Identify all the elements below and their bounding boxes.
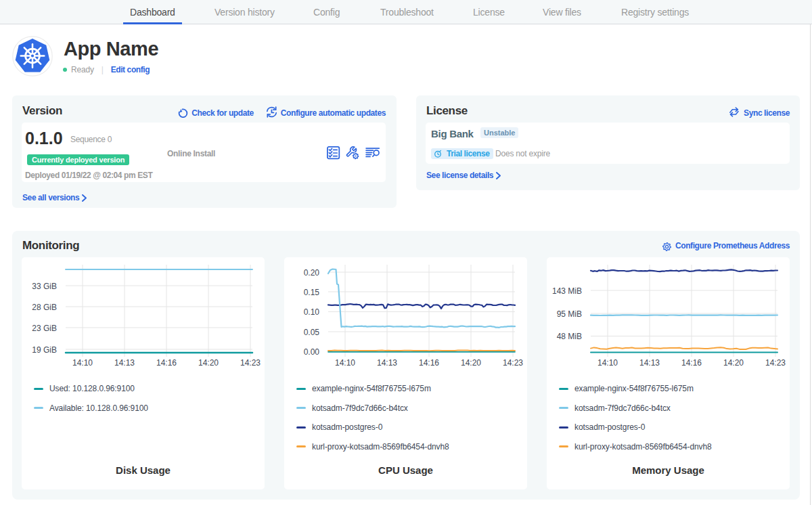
svg-text:0.15: 0.15 (304, 288, 320, 297)
svg-text:14:10: 14:10 (335, 358, 355, 368)
svg-text:14:13: 14:13 (639, 358, 660, 368)
svg-text:14:16: 14:16 (419, 358, 439, 368)
svg-text:23 GiB: 23 GiB (32, 324, 57, 333)
svg-text:0.10: 0.10 (304, 307, 320, 317)
svg-text:19 GiB: 19 GiB (32, 345, 57, 355)
svg-text:14:20: 14:20 (198, 358, 219, 368)
svg-text:14:10: 14:10 (597, 358, 618, 368)
svg-text:95 MiB: 95 MiB (557, 309, 582, 319)
svg-text:0.00: 0.00 (304, 347, 320, 357)
svg-text:14:20: 14:20 (461, 358, 481, 368)
svg-text:28 GiB: 28 GiB (32, 303, 57, 312)
svg-text:14:20: 14:20 (723, 358, 744, 368)
svg-text:33 GiB: 33 GiB (32, 282, 57, 291)
svg-text:14:23: 14:23 (765, 358, 786, 368)
svg-text:14:13: 14:13 (114, 358, 135, 368)
svg-text:14:23: 14:23 (240, 358, 261, 368)
svg-text:0.20: 0.20 (304, 268, 320, 278)
svg-text:14:23: 14:23 (503, 358, 523, 368)
svg-text:14:10: 14:10 (72, 358, 93, 368)
svg-text:14:16: 14:16 (156, 358, 177, 368)
svg-text:0.05: 0.05 (304, 328, 320, 337)
svg-text:143 MiB: 143 MiB (552, 286, 582, 296)
svg-text:14:16: 14:16 (681, 358, 702, 368)
svg-text:48 MiB: 48 MiB (557, 332, 582, 341)
svg-text:14:13: 14:13 (377, 358, 397, 368)
